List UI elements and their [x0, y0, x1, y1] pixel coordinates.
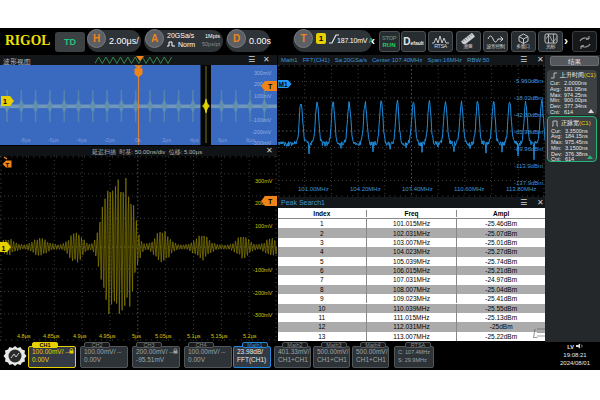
svg-text:-100mV: -100mV — [252, 117, 272, 123]
svg-text:-200mV: -200mV — [252, 129, 272, 135]
svg-text:1: 1 — [3, 98, 7, 105]
svg-text:-300mV: -300mV — [253, 312, 273, 318]
svg-text:8μs: 8μs — [246, 137, 255, 143]
svg-text:-42.00dBm: -42.00dBm — [514, 112, 543, 118]
svg-text:-89.96dBm: -89.96dBm — [514, 146, 543, 152]
svg-text:110.60MHz: 110.60MHz — [454, 186, 484, 192]
svg-text:5.05μs: 5.05μs — [155, 333, 172, 339]
svg-text:5.15μs: 5.15μs — [211, 333, 228, 339]
svg-text:-113.9dBm: -113.9dBm — [514, 163, 543, 169]
svg-text:300mV: 300mV — [254, 70, 272, 76]
svg-text:100mV: 100mV — [254, 93, 272, 99]
svg-text:-2μs: -2μs — [104, 137, 115, 143]
svg-text:113.80MHz: 113.80MHz — [506, 186, 536, 192]
svg-text:2μs: 2μs — [162, 137, 171, 143]
svg-text:T: T — [268, 198, 273, 205]
svg-text:6μs: 6μs — [218, 137, 227, 143]
svg-text:-6μs: -6μs — [48, 137, 59, 143]
svg-text:100mV: 100mV — [255, 223, 273, 229]
svg-text:-65.98dBm: -65.98dBm — [514, 129, 543, 135]
svg-text:0s: 0s — [135, 137, 141, 143]
svg-text:M1: M1 — [279, 81, 288, 88]
svg-text:-137.9dBm: -137.9dBm — [514, 180, 543, 186]
svg-text:5μs: 5μs — [132, 333, 141, 339]
svg-text:4.9μs: 4.9μs — [73, 333, 87, 339]
svg-text:4.8μs: 4.8μs — [17, 333, 31, 339]
svg-text:-200mV: -200mV — [253, 290, 273, 296]
svg-text:5.1μs: 5.1μs — [187, 333, 201, 339]
svg-text:1: 1 — [2, 245, 6, 252]
svg-text:107.40MHz: 107.40MHz — [402, 186, 433, 192]
svg-text:T: T — [268, 83, 273, 90]
svg-text:104.20MHz: 104.20MHz — [350, 186, 381, 192]
svg-text:4.85μs: 4.85μs — [43, 333, 60, 339]
svg-text:-18.02dBm: -18.02dBm — [514, 95, 543, 101]
svg-text:5.2μs: 5.2μs — [243, 333, 257, 339]
svg-text:T: T — [6, 162, 10, 168]
svg-text:5.960dBm: 5.960dBm — [516, 78, 543, 84]
svg-text:-100mV: -100mV — [253, 267, 273, 273]
svg-text:-8μs: -8μs — [20, 137, 31, 143]
svg-text:-4μs: -4μs — [76, 137, 87, 143]
svg-text:101.00MHz: 101.00MHz — [298, 186, 329, 192]
svg-text:4μs: 4μs — [190, 137, 199, 143]
svg-text:4.95μs: 4.95μs — [99, 333, 116, 339]
svg-text:300mV: 300mV — [255, 178, 273, 184]
